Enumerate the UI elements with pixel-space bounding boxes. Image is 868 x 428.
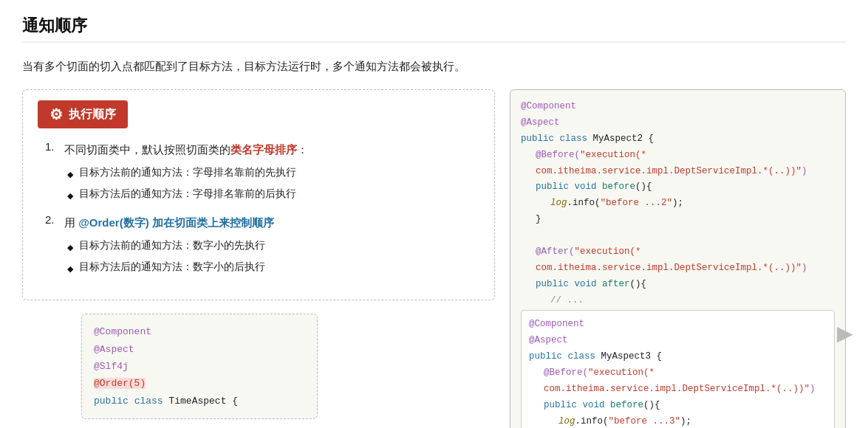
sub-item-1-2-text: 目标方法后的通知方法：字母排名靠前的后执行 xyxy=(79,185,296,203)
diamond-icon: ◆ xyxy=(67,241,73,255)
code-myaspect2: @Component @Aspect public class MyAspect… xyxy=(521,99,835,308)
list-item-1: 1. 不同切面类中，默认按照切面类的类名字母排序： ◆ 目标方法前的通知方法：字… xyxy=(45,140,479,203)
code-line-order: @Order(5) xyxy=(94,375,305,392)
intro-text: 当有多个切面的切入点都匹配到了目标方法，目标方法运行时，多个通知方法都会被执行。 xyxy=(22,56,846,76)
list-item-2-text-before: 用 xyxy=(64,216,78,229)
exec-order-box: ⚙ 执行顺序 1. 不同切面类中，默认按照切面类的类名字母排序： ◆ xyxy=(22,89,495,300)
code-myaspect3: @Component @Aspect public class MyAspect… xyxy=(521,310,835,428)
sub-item-2-2-text: 目标方法后的通知方法：数字小的后执行 xyxy=(79,258,265,276)
code-line-annotation-1: @Component xyxy=(94,323,305,340)
code-line-annotation-2: @Aspect xyxy=(94,341,305,358)
gear-icon: ⚙ xyxy=(49,106,63,123)
sub-item-2-1-text: 目标方法前的通知方法：数字小的先执行 xyxy=(79,237,265,255)
list-num-1: 1. xyxy=(45,140,60,153)
list-item-1-text-after: ： xyxy=(297,143,308,156)
sub-item-2-1: ◆ 目标方法前的通知方法：数字小的先执行 xyxy=(67,237,479,255)
code-line-annotation-3: @Slf4j xyxy=(94,358,305,375)
sub-item-1-1-text: 目标方法前的通知方法：字母排名靠前的先执行 xyxy=(79,164,296,182)
list-items: 1. 不同切面类中，默认按照切面类的类名字母排序： ◆ 目标方法前的通知方法：字… xyxy=(38,140,479,276)
diamond-icon: ◆ xyxy=(67,189,73,203)
list-item-2-sub: ◆ 目标方法前的通知方法：数字小的先执行 ◆ 目标方法后的通知方法：数字小的后执… xyxy=(45,237,479,277)
list-item-1-sub: ◆ 目标方法前的通知方法：字母排名靠前的先执行 ◆ 目标方法后的通知方法：字母排… xyxy=(45,164,479,204)
diamond-icon: ◆ xyxy=(67,168,73,182)
list-num-2: 2. xyxy=(45,213,60,226)
exec-header-label: 执行顺序 xyxy=(69,107,116,122)
right-arrow-icon: ▶ xyxy=(837,321,853,345)
left-panel: ⚙ 执行顺序 1. 不同切面类中，默认按照切面类的类名字母排序： ◆ xyxy=(22,89,495,419)
sub-item-1-2: ◆ 目标方法后的通知方法：字母排名靠前的后执行 xyxy=(67,185,479,203)
code-line-class: public class TimeAspect { xyxy=(94,393,305,410)
sub-item-2-2: ◆ 目标方法后的通知方法：数字小的后执行 xyxy=(67,258,479,276)
exec-header: ⚙ 执行顺序 xyxy=(38,100,128,128)
diamond-icon: ◆ xyxy=(67,262,73,276)
list-item-2-highlight: @Order(数字) 加在切面类上来控制顺序 xyxy=(78,216,274,229)
code-small-box: @Component @Aspect @Slf4j @Order(5) publ… xyxy=(81,314,318,419)
list-item-1-text-before: 不同切面类中，默认按照切面类的 xyxy=(64,143,230,156)
right-panel: @Component @Aspect public class MyAspect… xyxy=(510,89,846,428)
page-title: 通知顺序 xyxy=(22,15,846,43)
code-large-box: @Component @Aspect public class MyAspect… xyxy=(510,89,846,428)
list-item-2-text: 用 @Order(数字) 加在切面类上来控制顺序 xyxy=(64,213,274,232)
sub-item-1-1: ◆ 目标方法前的通知方法：字母排名靠前的先执行 xyxy=(67,164,479,182)
list-item-2: 2. 用 @Order(数字) 加在切面类上来控制顺序 ◆ 目标方法前的通知方法… xyxy=(45,213,479,276)
list-item-1-text: 不同切面类中，默认按照切面类的类名字母排序： xyxy=(64,140,308,159)
list-item-1-highlight: 类名字母排序 xyxy=(230,143,297,156)
